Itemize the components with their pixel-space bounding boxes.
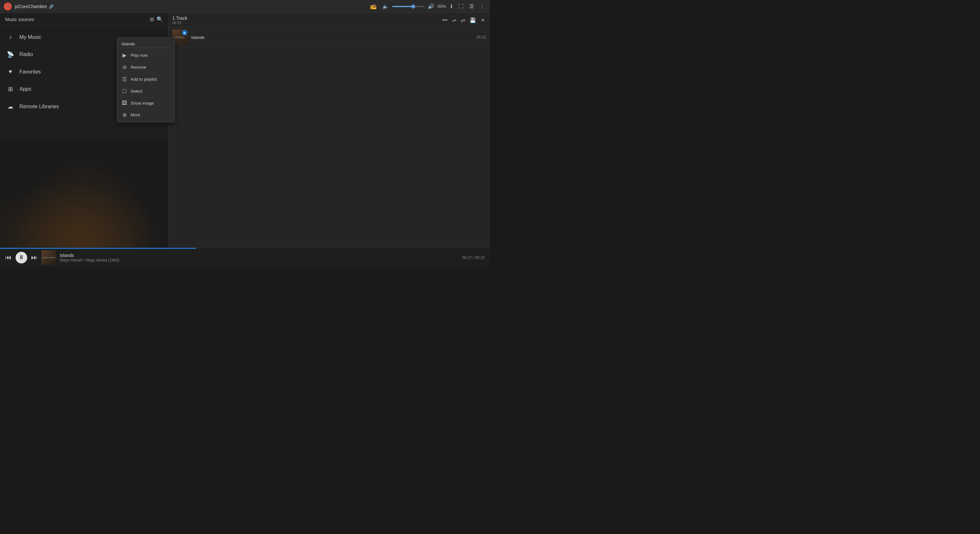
progress-bar[interactable] <box>0 248 196 249</box>
queue-title: 1 Track <box>172 16 438 21</box>
queue-track-info: Islands <box>191 35 476 40</box>
volume-slider[interactable] <box>392 6 425 7</box>
next-button[interactable]: ⏭ <box>31 254 38 261</box>
sidebar-header: Music sources ⊞ 🔍 <box>0 13 168 26</box>
ctx-add-to-playlist[interactable]: ☰ Add to playlist <box>117 73 175 85</box>
main-area: Music sources ⊞ 🔍 ♪ My Music 📡 Radio ♥ F… <box>0 13 490 248</box>
player-thumbnail: STEPS AHEAD <box>41 251 56 265</box>
fullscreen-icon[interactable]: ⛶ <box>457 2 465 11</box>
link-icon: 🔗 <box>49 4 54 9</box>
more-icon: ⊕ <box>121 112 127 118</box>
volume-low-icon: 🔈 <box>381 2 390 11</box>
sidebar-item-label-my-music: My Music <box>19 34 41 40</box>
my-music-icon: ♪ <box>6 34 14 40</box>
clear-queue-icon[interactable]: ✕ <box>479 16 486 25</box>
volume-thumb <box>411 5 415 8</box>
queue-title-block: 1 Track 06:22 <box>172 16 438 25</box>
play-now-icon: ▶ <box>121 52 127 58</box>
ctx-select[interactable]: ☐ Select <box>117 85 175 97</box>
search-icon[interactable]: 🔍 <box>156 16 163 22</box>
info-icon[interactable]: ℹ <box>449 2 454 11</box>
ctx-more-label: More <box>130 113 140 117</box>
player-info: Islands Steps Ahead • Steps ahead (1983) <box>60 253 458 262</box>
favorites-icon: ♥ <box>6 68 14 75</box>
ctx-select-label: Select <box>130 89 142 94</box>
radio-icon: 📡 <box>6 51 14 58</box>
playing-indicator: ▶ <box>182 30 187 35</box>
volume-percent: 50% <box>438 4 446 9</box>
queue-subtitle: 06:22 <box>172 21 438 25</box>
ctx-show-image-label: Show image <box>130 101 154 106</box>
shuffle-icon[interactable]: ⇌ <box>451 16 458 25</box>
context-menu: Islands ▶ Play now ⊖ Remove ☰ Add to pla… <box>117 37 175 122</box>
ctx-remove-label: Remove <box>130 65 146 70</box>
save-queue-icon[interactable]: 💾 <box>468 16 477 25</box>
repeat-icon[interactable]: ⇄ <box>460 16 466 25</box>
sidebar-item-label-apps: Apps <box>19 86 31 92</box>
app-logo: 🎵 <box>4 3 12 10</box>
player-track-sub: Steps Ahead • Steps ahead (1983) <box>60 258 458 262</box>
apps-icon: ⊞ <box>6 86 14 93</box>
queue-track-name: Islands <box>191 35 476 40</box>
volume-high-icon: 🔊 <box>426 2 436 11</box>
queue-track-duration: 06:22 <box>476 35 486 40</box>
app-title: piCoreChambre 🔗 <box>15 4 54 9</box>
queue-more-icon[interactable]: ••• <box>441 16 449 25</box>
pause-button[interactable]: ⏸ <box>16 252 27 264</box>
speaker-icon[interactable]: 📻 <box>369 2 378 11</box>
ctx-more[interactable]: ⊕ More <box>117 109 175 121</box>
volume-control[interactable]: 🔈 🔊 50% <box>381 2 446 11</box>
queue-track-row: STEPS A... ▶ Islands 06:22 Islands ▶ Pla… <box>169 27 490 47</box>
prev-button[interactable]: ⏮ <box>5 254 12 261</box>
sidebar-item-label-favorites: Favorites <box>19 69 41 75</box>
queue-header-icons: ••• ⇌ ⇄ 💾 ✕ <box>441 16 486 25</box>
sidebar-item-label-remote: Remote Libraries <box>19 104 59 110</box>
top-bar-controls: 📻 🔈 🔊 50% ℹ ⛶ ☰ ⋮ <box>369 2 486 11</box>
player-track-name: Islands <box>60 253 458 258</box>
select-icon: ☐ <box>121 88 127 94</box>
show-image-icon: 🖼 <box>121 100 127 106</box>
queue-icon[interactable]: ☰ <box>468 2 475 11</box>
bottom-player: ⏮ ⏸ ⏭ STEPS AHEAD Islands Steps Ahead • … <box>0 248 490 267</box>
top-bar: 🎵 piCoreChambre 🔗 📻 🔈 🔊 50% ℹ ⛶ ☰ ⋮ <box>0 0 490 13</box>
add-playlist-icon: ☰ <box>121 76 127 82</box>
context-menu-header: Islands <box>117 39 175 48</box>
ctx-show-image[interactable]: 🖼 Show image <box>117 97 175 109</box>
bg-wave <box>0 183 168 248</box>
sidebar-title: Music sources <box>5 17 34 22</box>
remove-icon: ⊖ <box>121 64 127 70</box>
player-time: 06:17 / 06:22 <box>462 255 485 260</box>
sidebar-background <box>0 139 168 248</box>
sidebar-item-label-radio: Radio <box>19 51 33 57</box>
more-options-icon[interactable]: ⋮ <box>478 2 486 11</box>
ctx-play-now-label: Play now <box>130 53 148 58</box>
ctx-add-playlist-label: Add to playlist <box>130 77 157 82</box>
queue-header: 1 Track 06:22 ••• ⇌ ⇄ 💾 ✕ <box>169 13 490 27</box>
grid-view-icon[interactable]: ⊞ <box>150 16 154 22</box>
cloud-icon: ☁ <box>6 103 14 110</box>
ctx-play-now[interactable]: ▶ Play now <box>117 49 175 61</box>
ctx-remove[interactable]: ⊖ Remove <box>117 61 175 73</box>
sidebar-header-icons: ⊞ 🔍 <box>150 16 163 22</box>
right-panel: 1 Track 06:22 ••• ⇌ ⇄ 💾 ✕ STEPS A... ▶ I… <box>169 13 490 248</box>
